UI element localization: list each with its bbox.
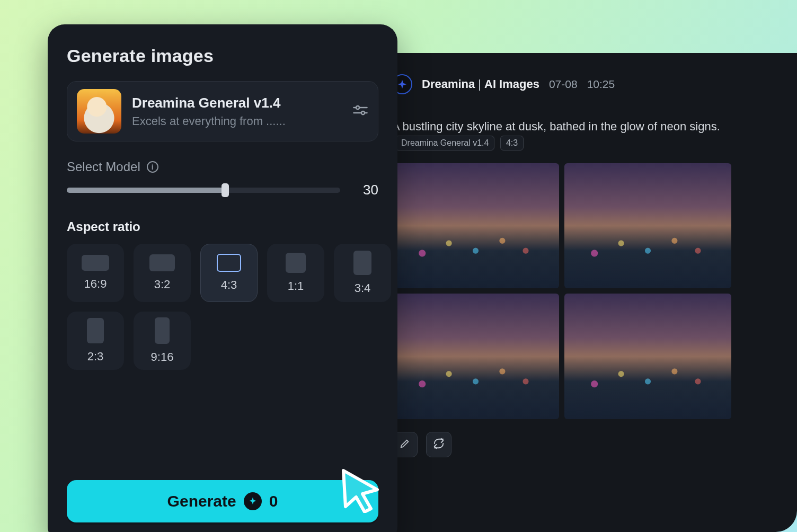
aspect-ratio-option-4x3[interactable]: 4:3 [200, 244, 258, 302]
preview-panel: Dreamina|AI Images 07-08 10:25 A bustlin… [366, 53, 797, 532]
ratio-label: 3:4 [355, 281, 371, 295]
model-slider[interactable] [67, 188, 340, 193]
generation-time: 10:25 [587, 78, 615, 91]
tag-model: Dreamina General v1.4 [395, 136, 494, 150]
model-thumbnail [77, 89, 121, 134]
slider-thumb[interactable] [222, 183, 229, 197]
ratio-label: 9:16 [151, 350, 174, 364]
refresh-icon [433, 438, 445, 451]
aspect-ratio-grid: 16:93:24:31:13:42:39:16 [67, 244, 378, 370]
aspect-ratio-title: Aspect ratio [67, 219, 378, 234]
model-texts: Dreamina General v1.4 Excels at everythi… [132, 95, 342, 128]
ratio-thumb-icon [82, 255, 109, 271]
pencil-icon [399, 438, 411, 451]
generated-image-4[interactable] [564, 294, 731, 419]
aspect-ratio-option-3x2[interactable]: 3:2 [134, 244, 191, 302]
ratio-thumb-icon [87, 318, 104, 343]
aspect-ratio-option-2x3[interactable]: 2:3 [67, 312, 124, 370]
ratio-thumb-icon [155, 317, 170, 344]
ratio-label: 4:3 [221, 278, 237, 292]
aspect-ratio-option-3x4[interactable]: 3:4 [334, 244, 391, 302]
credit-icon [244, 492, 262, 510]
tag-aspect-ratio: 4:3 [500, 136, 524, 150]
generated-image-grid [392, 163, 731, 419]
preview-header: Dreamina|AI Images 07-08 10:25 [392, 74, 797, 94]
credit-count: 0 [269, 492, 278, 510]
aspect-ratio-option-1x1[interactable]: 1:1 [267, 244, 324, 302]
panel-title: Generate images [67, 46, 378, 66]
ratio-label: 3:2 [154, 278, 171, 291]
prompt-text: A bustling city skyline at dusk, bathed … [392, 120, 720, 133]
ratio-label: 2:3 [87, 350, 104, 363]
generated-image-1[interactable] [392, 163, 559, 288]
control-panel: Generate images Dreamina General v1.4 Ex… [48, 24, 397, 532]
slider-value: 30 [353, 182, 378, 198]
result-actions [392, 432, 797, 457]
ratio-label: 16:9 [84, 277, 107, 291]
prompt-block: A bustling city skyline at dusk, bathed … [392, 118, 797, 150]
model-name: Dreamina General v1.4 [132, 95, 342, 111]
slider-label: Select Model [67, 159, 140, 174]
ratio-thumb-icon [149, 254, 175, 271]
generation-date: 07-08 [549, 78, 578, 91]
ratio-thumb-icon [286, 253, 306, 273]
info-icon[interactable]: i [147, 161, 158, 173]
regenerate-button[interactable] [426, 432, 451, 457]
generated-image-2[interactable] [564, 163, 731, 288]
model-selector[interactable]: Dreamina General v1.4 Excels at everythi… [67, 81, 378, 141]
aspect-ratio-option-9x16[interactable]: 9:16 [134, 312, 191, 370]
aspect-ratio-option-16x9[interactable]: 16:9 [67, 244, 124, 302]
ratio-thumb-icon [217, 254, 241, 272]
generate-button[interactable]: Generate 0 [67, 480, 378, 522]
sliders-icon[interactable] [352, 102, 368, 120]
generated-image-3[interactable] [392, 294, 559, 419]
brand-name: Dreamina|AI Images [422, 77, 539, 91]
ratio-label: 1:1 [288, 279, 304, 293]
generate-label: Generate [167, 492, 236, 510]
ratio-thumb-icon [353, 251, 371, 275]
model-description: Excels at everything from ...... [132, 114, 342, 128]
